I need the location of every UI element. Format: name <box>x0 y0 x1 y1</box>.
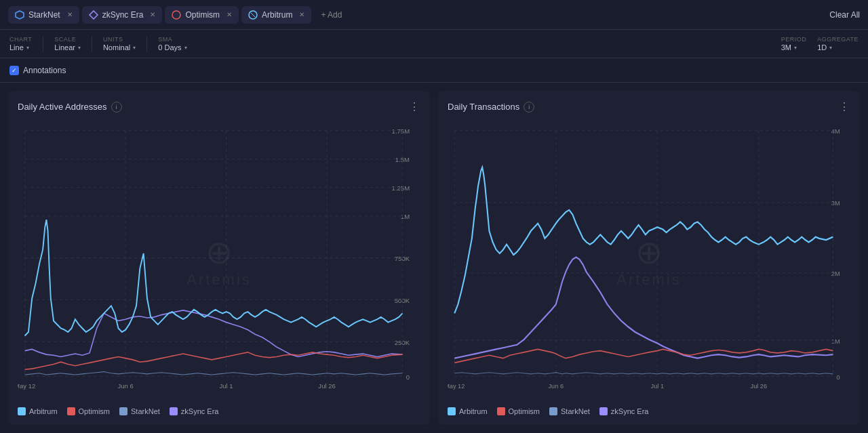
chart-control: CHART Line ▾ <box>9 36 32 51</box>
legend-item-zksync-2: zkSync Era <box>599 407 649 415</box>
annotations-checkbox-wrap[interactable]: ✓ Annotations <box>9 66 66 75</box>
chart-control-label: CHART <box>9 36 32 43</box>
svg-text:1M: 1M <box>401 213 410 220</box>
legend-color-arbitrum-1 <box>18 407 26 415</box>
chart-body-1: ⊕ Artemis .grid-line{stroke:#2d3148;stro… <box>18 119 420 403</box>
chart-title-1-text: Daily Active Addresses <box>18 102 107 112</box>
sma-control-label: SMA <box>158 36 186 43</box>
legend-item-arbitrum-1: Arbitrum <box>18 407 58 415</box>
charts-area: Daily Active Addresses i ⋮ ⊕ Artemis .gr… <box>0 83 868 433</box>
svg-point-2 <box>172 11 180 19</box>
tab-zksync-close[interactable]: ✕ <box>150 11 155 18</box>
legend-item-zksync-1: zkSync Era <box>170 407 219 415</box>
chart-title-2: Daily Transactions i <box>448 102 534 112</box>
sma-control: SMA 0 Days ▾ <box>158 36 186 51</box>
svg-text:0: 0 <box>406 373 410 380</box>
optimism-icon <box>172 10 181 20</box>
legend-color-arbitrum-2 <box>448 407 456 415</box>
legend-2: Arbitrum Optimism StarkNet zkSync Era <box>448 403 850 415</box>
chart-card-transactions: Daily Transactions i ⋮ ⊕ Artemis .grid-l… <box>438 91 860 425</box>
chart-title-1: Daily Active Addresses i <box>18 102 122 112</box>
scale-chevron: ▾ <box>78 45 81 51</box>
zksync-icon <box>89 10 98 20</box>
period-select[interactable]: 3M ▾ <box>781 43 807 51</box>
svg-text:Jun 6: Jun 6 <box>549 382 564 390</box>
tab-optimism[interactable]: Optimism ✕ <box>165 6 239 24</box>
chart-menu-1[interactable]: ⋮ <box>409 100 420 113</box>
tab-starknet-label: StarkNet <box>28 10 60 20</box>
divider-2 <box>92 36 92 52</box>
svg-marker-1 <box>90 11 98 19</box>
info-icon-2[interactable]: i <box>524 102 534 112</box>
chart-menu-2[interactable]: ⋮ <box>839 100 850 113</box>
chart-header-1: Daily Active Addresses i ⋮ <box>18 100 420 113</box>
tab-arbitrum-label: Arbitrum <box>262 10 292 20</box>
units-control: UNITS Nominal ▾ <box>103 36 136 51</box>
legend-color-starknet-2 <box>549 407 557 415</box>
arbitrum-icon <box>248 10 258 20</box>
svg-text:3M: 3M <box>831 199 840 207</box>
sma-select[interactable]: 0 Days ▾ <box>158 43 186 51</box>
scale-select[interactable]: Linear ▾ <box>54 43 81 51</box>
chart-select[interactable]: Line ▾ <box>9 43 32 51</box>
svg-text:May 12: May 12 <box>18 382 35 390</box>
svg-marker-0 <box>16 11 24 19</box>
annotations-bar: ✓ Annotations <box>0 58 868 83</box>
annotations-checkbox[interactable]: ✓ <box>9 66 19 75</box>
units-control-label: UNITS <box>103 36 136 43</box>
legend-item-arbitrum-2: Arbitrum <box>448 407 488 415</box>
add-tab-button[interactable]: + Add <box>314 6 349 24</box>
legend-item-optimism-2: Optimism <box>497 407 540 415</box>
tab-optimism-close[interactable]: ✕ <box>226 11 232 18</box>
chart-title-2-text: Daily Transactions <box>448 102 519 112</box>
legend-color-optimism-2 <box>497 407 505 415</box>
tab-arbitrum-close[interactable]: ✕ <box>299 11 304 18</box>
info-icon-1[interactable]: i <box>111 102 122 112</box>
svg-text:1.25M: 1.25M <box>392 184 410 192</box>
starknet-icon <box>15 10 24 20</box>
tab-zksync[interactable]: zkSync Era ✕ <box>82 6 163 24</box>
aggregate-control: AGGREGATE 1D ▾ <box>817 36 859 51</box>
units-chevron: ▾ <box>133 45 136 51</box>
sma-chevron: ▾ <box>184 45 187 51</box>
legend-color-zksync-1 <box>170 407 178 415</box>
controls-right: PERIOD 3M ▾ AGGREGATE 1D ▾ <box>781 36 859 51</box>
legend-item-starknet-2: StarkNet <box>549 407 590 415</box>
chart-svg-1: .grid-line{stroke:#2d3148;stroke-width:1… <box>18 119 420 403</box>
svg-text:Jul 1: Jul 1 <box>651 382 664 390</box>
period-control-label: PERIOD <box>781 36 807 43</box>
aggregate-select[interactable]: 1D ▾ <box>817 43 859 51</box>
svg-line-4 <box>251 13 255 17</box>
svg-text:0: 0 <box>837 373 840 380</box>
period-chevron: ▾ <box>794 45 797 51</box>
tab-starknet-close[interactable]: ✕ <box>67 11 73 18</box>
svg-text:4M: 4M <box>831 127 840 135</box>
tab-arbitrum[interactable]: Arbitrum ✕ <box>241 6 311 24</box>
legend-color-starknet-1 <box>119 407 127 415</box>
legend-item-optimism-1: Optimism <box>67 407 110 415</box>
scale-control: SCALE Linear ▾ <box>54 36 81 51</box>
chart-card-active-addresses: Daily Active Addresses i ⋮ ⊕ Artemis .gr… <box>8 91 430 425</box>
legend-color-zksync-2 <box>599 407 608 415</box>
units-select[interactable]: Nominal ▾ <box>103 43 136 51</box>
tab-starknet[interactable]: StarkNet ✕ <box>8 6 79 24</box>
chart-chevron: ▾ <box>26 45 29 51</box>
svg-text:1.75M: 1.75M <box>392 127 410 135</box>
svg-text:2M: 2M <box>831 270 840 277</box>
svg-text:Jul 26: Jul 26 <box>751 382 768 390</box>
clear-all-button[interactable]: Clear All <box>829 10 860 20</box>
svg-text:Jun 6: Jun 6 <box>117 382 133 390</box>
divider-3 <box>146 36 147 52</box>
annotations-label: Annotations <box>23 66 66 75</box>
period-control: PERIOD 3M ▾ <box>781 36 807 51</box>
aggregate-chevron: ▾ <box>829 45 832 51</box>
tabs-container: StarkNet ✕ zkSync Era ✕ Optimism ✕ Arbit… <box>8 6 349 24</box>
tab-bar: StarkNet ✕ zkSync Era ✕ Optimism ✕ Arbit… <box>0 0 868 30</box>
chart-body-2: ⊕ Artemis .grid-line{stroke:#2d3148;stro… <box>448 119 850 403</box>
svg-text:Jul 1: Jul 1 <box>220 382 233 390</box>
chart-svg-2: .grid-line{stroke:#2d3148;stroke-width:1… <box>448 119 850 403</box>
legend-color-optimism-1 <box>67 407 75 415</box>
svg-text:Jul 26: Jul 26 <box>318 382 335 390</box>
svg-text:May 12: May 12 <box>448 382 465 390</box>
scale-control-label: SCALE <box>54 36 81 43</box>
